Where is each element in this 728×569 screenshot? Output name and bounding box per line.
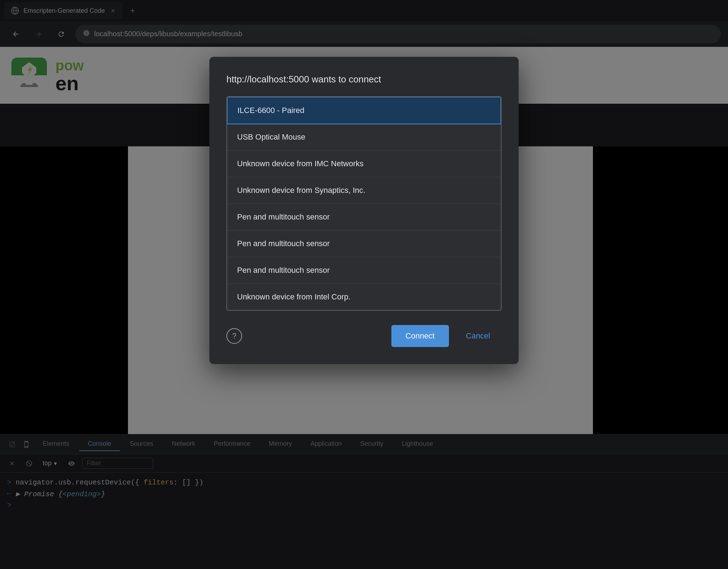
cancel-button[interactable]: Cancel	[455, 325, 502, 347]
device-item-3[interactable]: Unknown device from Synaptics, Inc.	[227, 177, 501, 204]
connect-button[interactable]: Connect	[391, 325, 449, 347]
dialog-footer: ? Connect Cancel	[226, 325, 502, 347]
help-icon[interactable]: ?	[226, 328, 242, 344]
usb-connect-dialog: http://localhost:5000 wants to connect I…	[209, 57, 519, 364]
device-item-4[interactable]: Pen and multitouch sensor	[227, 204, 501, 231]
dialog-title: http://localhost:5000 wants to connect	[226, 74, 502, 85]
device-list[interactable]: ILCE-6600 - Paired USB Optical Mouse Unk…	[226, 96, 502, 311]
device-item-6[interactable]: Pen and multitouch sensor	[227, 257, 501, 284]
dialog-buttons: Connect Cancel	[391, 325, 502, 347]
device-item-1[interactable]: USB Optical Mouse	[227, 124, 501, 151]
device-item-7[interactable]: Unknown device from Intel Corp.	[227, 284, 501, 310]
device-item-5[interactable]: Pen and multitouch sensor	[227, 231, 501, 257]
device-item-2[interactable]: Unknown device from IMC Networks	[227, 151, 501, 177]
dialog-overlay: http://localhost:5000 wants to connect I…	[0, 0, 728, 569]
device-item-0[interactable]: ILCE-6600 - Paired	[227, 97, 501, 124]
